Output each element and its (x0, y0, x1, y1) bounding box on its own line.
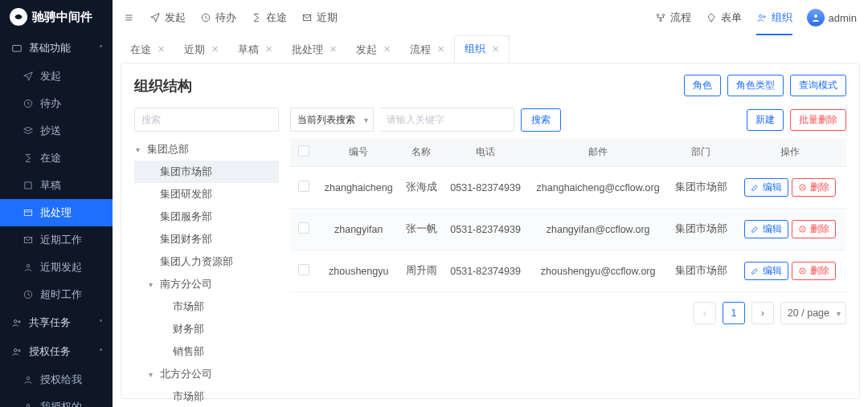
delete-button[interactable]: 删除 (792, 178, 836, 197)
users-icon (756, 12, 768, 23)
row-checkbox[interactable] (298, 181, 309, 192)
tab-draft[interactable]: 草稿✕ (228, 35, 282, 63)
tab-recent[interactable]: 近期✕ (174, 35, 228, 63)
sidebar-item-batch[interactable]: 批处理 (0, 199, 113, 226)
page-size-select[interactable]: 20 / page▾ (780, 302, 846, 324)
tree-node[interactable]: •集团研发部 (134, 183, 279, 206)
tree-node[interactable]: •集团市场部 (134, 161, 279, 183)
sidebar-group-auth[interactable]: 授权任务 ˄ (0, 337, 113, 366)
sidebar-item-auth-to-me[interactable]: 授权给我 (0, 366, 113, 393)
tree-node[interactable]: •集团财务部 (134, 228, 279, 250)
topnav-form[interactable]: 表单 (706, 10, 742, 25)
cell-code: zhanghaicheng (317, 167, 399, 209)
topnav-org[interactable]: 组织 (756, 10, 792, 25)
svg-point-20 (814, 14, 817, 18)
chevron-down-icon: ▾ (837, 309, 841, 318)
role-button[interactable]: 角色 (684, 75, 721, 96)
topnav-todo[interactable]: 待办 (200, 10, 236, 25)
search-scope-select[interactable]: 当前列表搜索▾ (290, 108, 374, 132)
col-dept: 部门 (668, 138, 734, 167)
sidebar-item-running[interactable]: 在途 (0, 144, 113, 172)
topnav: 发起 待办 在途 近期 流程 表单 组织 admin (113, 0, 868, 35)
col-email: 邮件 (528, 138, 669, 167)
new-button[interactable]: 新建 (747, 109, 784, 131)
row-checkbox[interactable] (298, 264, 309, 275)
keyword-input[interactable] (380, 108, 514, 132)
close-icon[interactable]: ✕ (265, 44, 272, 55)
table-row: zhanghaicheng张海成0531-82374939zhanghaiche… (290, 167, 846, 209)
tab-running[interactable]: 在途✕ (121, 35, 174, 63)
tree-node[interactable]: •销售部 (134, 340, 279, 363)
tree-node[interactable]: •市场部 (134, 295, 279, 318)
svg-point-8 (18, 321, 20, 323)
svg-rect-2 (25, 182, 31, 189)
sidebar-item-draft[interactable]: 草稿 (0, 172, 113, 199)
tree-node[interactable]: ▾集团总部 (134, 138, 279, 161)
tree-node[interactable]: •集团人力资源部 (134, 250, 279, 273)
table-row: zhangyifan张一帆0531-82374939zhangyifan@ccf… (290, 209, 846, 250)
tree-node[interactable]: ▾北方分公司 (134, 363, 279, 385)
collapse-sidebar-button[interactable] (124, 12, 135, 23)
sidebar-item-timeout[interactable]: 超时工作 (0, 281, 113, 308)
delete-button[interactable]: 删除 (792, 262, 836, 280)
select-all-checkbox[interactable] (298, 145, 309, 157)
card-head: 组织结构 角色 角色类型 查询模式 (134, 75, 846, 96)
topnav-recent[interactable]: 近期 (301, 10, 338, 25)
caret-down-icon: ▾ (149, 370, 157, 379)
close-icon[interactable]: ✕ (330, 44, 337, 55)
query-mode-button[interactable]: 查询模式 (790, 75, 846, 96)
close-icon[interactable]: ✕ (437, 44, 444, 55)
edit-button[interactable]: 编辑 (744, 178, 788, 197)
close-icon[interactable]: ✕ (158, 44, 165, 55)
tree-node-label: 销售部 (173, 344, 204, 359)
tab-launch[interactable]: 发起✕ (346, 35, 400, 63)
sidebar-item-todo[interactable]: 待办 (0, 90, 113, 117)
sidebar-group-basics[interactable]: 基础功能 ˄ (0, 34, 113, 63)
svg-point-5 (27, 265, 30, 268)
topnav-running[interactable]: 在途 (251, 10, 287, 25)
sidebar-item-my-auth[interactable]: 我授权的 (0, 393, 113, 407)
topnav-launch[interactable]: 发起 (149, 10, 186, 25)
next-page-button[interactable]: › (751, 302, 774, 324)
caret-down-icon: ▾ (149, 280, 157, 289)
sidebar-item-cc[interactable]: 抄送 (0, 117, 113, 144)
edit-button[interactable]: 编辑 (744, 220, 788, 238)
sidebar-item-recent-launch[interactable]: 近期发起 (0, 254, 113, 281)
sidebar-item-launch[interactable]: 发起 (0, 63, 113, 90)
tab-flow[interactable]: 流程✕ (400, 35, 454, 63)
close-icon[interactable]: ✕ (383, 44, 391, 55)
user-menu[interactable]: admin (807, 9, 857, 26)
card-ops: 角色 角色类型 查询模式 (684, 75, 846, 96)
sidebar-group-share[interactable]: 共享任务 ˅ (0, 308, 113, 337)
tree-node-label: 市场部 (173, 299, 204, 314)
layers-icon (23, 180, 34, 191)
tree-node[interactable]: ▾南方分公司 (134, 273, 279, 295)
prev-page-button[interactable]: ‹ (694, 302, 716, 324)
tree-node-label: 集团服务部 (160, 210, 212, 224)
svg-point-18 (759, 15, 762, 18)
close-icon[interactable]: ✕ (211, 44, 219, 55)
tree-node-label: 南方分公司 (160, 277, 212, 291)
role-type-button[interactable]: 角色类型 (727, 75, 784, 96)
tab-batch[interactable]: 批处理✕ (282, 35, 346, 63)
cell-ops: 编辑删除 (734, 250, 846, 292)
tree-node[interactable]: •财务部 (134, 318, 279, 340)
user-icon (23, 262, 34, 273)
row-checkbox[interactable] (298, 222, 309, 234)
tree-search-input[interactable] (134, 108, 279, 132)
close-icon[interactable]: ✕ (492, 44, 499, 55)
delete-button[interactable]: 删除 (792, 220, 836, 238)
avatar-icon (807, 9, 825, 26)
edit-button[interactable]: 编辑 (744, 262, 788, 280)
main: 发起 待办 在途 近期 流程 表单 组织 admin 在途✕ 近期✕ 草稿✕ 批… (113, 0, 868, 407)
flow-icon (655, 12, 666, 23)
batch-delete-button[interactable]: 批量删除 (790, 109, 846, 131)
tab-org[interactable]: 组织✕ (454, 35, 510, 63)
page-number-button[interactable]: 1 (723, 302, 745, 324)
topnav-flow[interactable]: 流程 (655, 10, 691, 25)
tree-node[interactable]: •市场部 (134, 385, 279, 407)
page-tabs: 在途✕ 近期✕ 草稿✕ 批处理✕ 发起✕ 流程✕ 组织✕ (113, 35, 868, 63)
tree-node[interactable]: •集团服务部 (134, 206, 279, 228)
search-button[interactable]: 搜索 (521, 108, 561, 132)
sidebar-item-recent-work[interactable]: 近期工作 (0, 226, 113, 254)
